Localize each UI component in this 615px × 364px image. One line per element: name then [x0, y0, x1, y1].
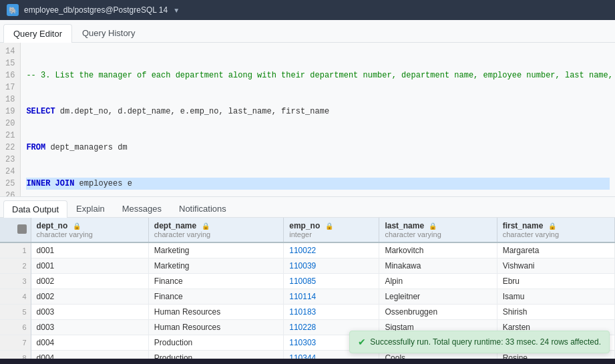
- tab-explain[interactable]: Explain: [67, 200, 114, 217]
- table-row[interactable]: 5 d003 Human Resources 110183 Ossenbrugg…: [0, 305, 615, 320]
- dept-name-cell: Human Resources: [148, 305, 283, 320]
- last-name-cell: Alpin: [379, 274, 497, 289]
- dept-no-cell: d003: [31, 320, 148, 335]
- success-message: Successfully run. Total query runtime: 3…: [370, 337, 601, 347]
- dept-name-cell: Marketing: [148, 258, 283, 274]
- emp-no-cell: 110114: [284, 289, 379, 305]
- editor-area[interactable]: 14 15 16 17 18 19 20 21 22 23 24 25 26 2…: [0, 43, 615, 196]
- dept-no-cell: d004: [31, 335, 148, 351]
- tab-data-output[interactable]: Data Output: [3, 200, 67, 218]
- dept-name-cell: Marketing: [148, 242, 283, 258]
- row-num-cell: 7: [0, 335, 31, 351]
- row-num-cell: 2: [0, 258, 31, 274]
- emp-no-cell: 110183: [284, 305, 379, 320]
- title-bar: 🐘 employee_db/postgres@PostgreSQL 14 ▼: [0, 0, 615, 20]
- first-name-cell: Margareta: [497, 242, 614, 258]
- row-num-cell: 8: [0, 351, 31, 359]
- emp-no-cell: 110022: [284, 242, 379, 258]
- row-num-cell: 4: [0, 289, 31, 305]
- first-name-cell: Isamu: [497, 289, 614, 305]
- dept-no-cell: d002: [31, 274, 148, 289]
- row-num-header: [0, 218, 31, 242]
- code-content[interactable]: -- 3. List the manager of each departmen…: [21, 43, 615, 196]
- last-name-cell: Minakawa: [379, 258, 497, 274]
- success-toast: ✔ Successfully run. Total query runtime:…: [349, 331, 610, 353]
- row-num-cell: 3: [0, 274, 31, 289]
- first-name-cell: Shirish: [497, 305, 614, 320]
- dept-name-cell: Finance: [148, 289, 283, 305]
- last-name-cell: Markovitch: [379, 242, 497, 258]
- chevron-icon[interactable]: ▼: [173, 7, 180, 14]
- first-name-cell: Vishwani: [497, 258, 614, 274]
- table-row[interactable]: 3 d002 Finance 110085 Alpin Ebru: [0, 274, 615, 289]
- tab-notifications[interactable]: Notifications: [170, 200, 235, 217]
- emp-no-cell: 110039: [284, 258, 379, 274]
- last-name-cell: Ossenbruggen: [379, 305, 497, 320]
- col-header-emp-no: emp_no 🔒 integer: [284, 218, 379, 242]
- col-header-dept-no: dept_no 🔒 character varying: [31, 218, 148, 242]
- tab-query-history[interactable]: Query History: [72, 23, 145, 42]
- col-header-first-name: first_name 🔒 character varying: [497, 218, 614, 242]
- code-line-17: INNER JOIN employees e: [26, 178, 610, 190]
- dept-no-cell: d003: [31, 305, 148, 320]
- bottom-area: Data Output Explain Messages Notificatio…: [0, 196, 615, 359]
- row-num-cell: 5: [0, 305, 31, 320]
- data-grid[interactable]: dept_no 🔒 character varying dept_name 🔒 …: [0, 218, 615, 359]
- table-row[interactable]: 4 d002 Finance 110114 Legleitner Isamu: [0, 289, 615, 305]
- tab-messages[interactable]: Messages: [114, 200, 170, 217]
- table-row[interactable]: 2 d001 Marketing 110039 Minakawa Vishwan…: [0, 258, 615, 274]
- dept-name-cell: Human Resources: [148, 320, 283, 335]
- dept-name-cell: Production: [148, 335, 283, 351]
- row-num-cell: 1: [0, 242, 31, 258]
- emp-no-cell: 110085: [284, 274, 379, 289]
- row-num-cell: 6: [0, 320, 31, 335]
- success-check-icon: ✔: [358, 337, 366, 347]
- last-name-cell: Legleitner: [379, 289, 497, 305]
- dept-no-cell: d001: [31, 258, 148, 274]
- bottom-tab-bar: Data Output Explain Messages Notificatio…: [0, 196, 615, 218]
- code-line-16: FROM dept_managers dm: [26, 142, 610, 154]
- dept-name-cell: Finance: [148, 274, 283, 289]
- code-line-15: SELECT dm.dept_no, d.dept_name, e.emp_no…: [26, 106, 610, 118]
- code-line-14: -- 3. List the manager of each departmen…: [26, 69, 610, 81]
- first-name-cell: Ebru: [497, 274, 614, 289]
- connection-text: employee_db/postgres@PostgreSQL 14: [24, 5, 168, 15]
- line-numbers: 14 15 16 17 18 19 20 21 22 23 24 25 26 2…: [0, 43, 21, 196]
- col-header-last-name: last_name 🔒 character varying: [379, 218, 497, 242]
- top-tab-bar: Query Editor Query History: [0, 20, 615, 43]
- col-header-dept-name: dept_name 🔒 character varying: [148, 218, 283, 242]
- db-icon: 🐘: [7, 4, 19, 16]
- tab-query-editor[interactable]: Query Editor: [3, 24, 72, 43]
- dept-no-cell: d002: [31, 289, 148, 305]
- dept-name-cell: Production: [148, 351, 283, 359]
- dept-no-cell: d004: [31, 351, 148, 359]
- table-row[interactable]: 1 d001 Marketing 110022 Markovitch Marga…: [0, 242, 615, 258]
- dept-no-cell: d001: [31, 242, 148, 258]
